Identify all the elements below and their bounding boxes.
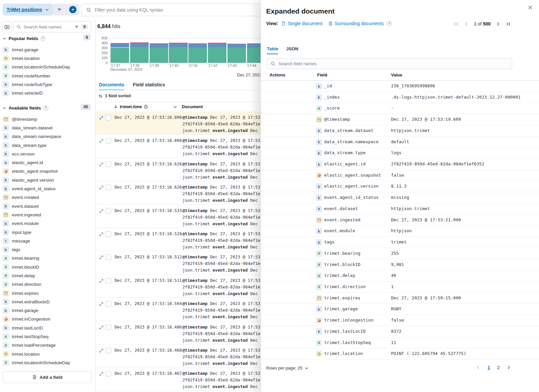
field-item[interactable]: kdata_stream.dataset bbox=[3, 123, 92, 132]
field-item[interactable]: elastic_agent.snapshot bbox=[3, 167, 92, 176]
single-document-link[interactable]: Single document bbox=[281, 21, 322, 26]
histogram-bar-green[interactable] bbox=[188, 48, 207, 63]
page-number-1[interactable]: 1 bbox=[487, 365, 490, 370]
field-item[interactable]: kecs.version bbox=[3, 150, 92, 158]
tab-table[interactable]: Table bbox=[267, 46, 278, 54]
collapse-sidebar-button[interactable] bbox=[2, 21, 12, 33]
data-view-picker[interactable]: TriMet positions bbox=[3, 4, 53, 16]
field-item[interactable]: trimet.location bbox=[3, 54, 92, 63]
collapse-document-button[interactable] bbox=[99, 115, 104, 120]
row-checkbox[interactable] bbox=[106, 278, 111, 283]
field-item[interactable]: tmessage bbox=[3, 237, 92, 245]
row-checkbox[interactable] bbox=[106, 115, 111, 120]
tab-json[interactable]: JSON bbox=[286, 46, 298, 54]
field-item[interactable]: #trimet.routeNumber bbox=[3, 71, 92, 80]
expand-document-button[interactable] bbox=[99, 255, 104, 260]
row-checkbox[interactable] bbox=[106, 138, 111, 144]
field-item[interactable]: #trimet.delay bbox=[3, 271, 92, 280]
field-item[interactable]: kinput.type bbox=[3, 228, 92, 237]
histogram-bar-pink[interactable] bbox=[188, 43, 207, 44]
field-item[interactable]: kelastic_agent.version bbox=[3, 176, 92, 184]
histogram-bar-green[interactable] bbox=[169, 47, 187, 63]
next-page-icon[interactable] bbox=[496, 22, 501, 26]
histogram-bar-pink[interactable] bbox=[208, 43, 226, 43]
histogram-bar-pink[interactable] bbox=[130, 42, 149, 43]
row-checkbox[interactable] bbox=[106, 348, 111, 353]
available-fields-header[interactable]: Available fields ? bbox=[3, 105, 48, 111]
time-column-header[interactable]: trimet.time bbox=[114, 104, 148, 109]
page-number-2[interactable]: 2 bbox=[497, 365, 500, 370]
expand-document-button[interactable] bbox=[99, 325, 104, 330]
row-checkbox[interactable] bbox=[106, 185, 111, 190]
row-checkbox[interactable] bbox=[106, 325, 111, 330]
field-item[interactable]: #trimet.bearing bbox=[3, 254, 92, 263]
field-item[interactable]: trimet.expires bbox=[3, 289, 92, 297]
expand-document-button[interactable] bbox=[99, 302, 104, 306]
add-filter-button[interactable] bbox=[66, 4, 80, 16]
field-item[interactable]: event.ingested bbox=[3, 210, 92, 219]
saved-query-menu-button[interactable] bbox=[53, 4, 66, 16]
previous-page-icon[interactable] bbox=[464, 22, 469, 26]
field-item[interactable]: kelastic_agent.id bbox=[3, 158, 92, 167]
row-checkbox[interactable] bbox=[106, 254, 111, 260]
field-item[interactable]: #trimet.lastStopSeq bbox=[3, 332, 92, 341]
expand-document-button[interactable] bbox=[99, 371, 104, 376]
field-item[interactable]: ktrimet.routeSubType bbox=[3, 80, 92, 89]
histogram-bar-blue[interactable] bbox=[130, 43, 149, 47]
histogram-bar-green[interactable] bbox=[208, 47, 226, 63]
field-item[interactable]: ktrimet.extraBlockID bbox=[3, 297, 92, 306]
field-item[interactable]: ktrimet.vehicleID bbox=[3, 89, 92, 97]
close-icon[interactable] bbox=[527, 5, 533, 10]
histogram-bar-pink[interactable] bbox=[111, 43, 129, 44]
histogram-bar-green[interactable] bbox=[227, 48, 246, 63]
histogram-bar-pink[interactable] bbox=[227, 44, 246, 44]
field-item[interactable]: #trimet.locationInScheduleDay bbox=[3, 358, 92, 367]
sort-fields-button[interactable]: 1 field sorted bbox=[98, 94, 131, 98]
row-checkbox[interactable] bbox=[106, 208, 111, 214]
field-item[interactable]: @timestamp bbox=[3, 115, 92, 123]
histogram-bar-blue[interactable] bbox=[227, 44, 246, 48]
field-search-input[interactable]: Search field names 0 bbox=[13, 21, 91, 32]
histogram-bar-pink[interactable] bbox=[247, 43, 261, 44]
row-checkbox[interactable] bbox=[106, 231, 111, 237]
time-column-menu-chevron[interactable] bbox=[173, 105, 177, 109]
surrounding-documents-link[interactable]: Surrounding documents bbox=[328, 21, 384, 26]
histogram-bar-green[interactable] bbox=[111, 48, 129, 63]
field-item[interactable]: #trimet.direction bbox=[3, 280, 92, 289]
previous-page-icon[interactable] bbox=[476, 365, 480, 370]
row-checkbox[interactable] bbox=[106, 161, 111, 167]
row-checkbox[interactable] bbox=[106, 301, 111, 307]
histogram-bar-blue[interactable] bbox=[208, 43, 226, 47]
field-item[interactable]: #trimet.blockID bbox=[3, 263, 92, 271]
rows-per-page-button[interactable]: Rows per page: 25 bbox=[266, 366, 309, 370]
histogram-bar-blue[interactable] bbox=[247, 44, 261, 47]
field-item[interactable]: #trimet.locationInScheduleDay bbox=[3, 63, 92, 71]
field-item[interactable]: kevent.agent_id_status bbox=[3, 184, 92, 193]
row-checkbox[interactable] bbox=[106, 371, 111, 376]
histogram-bar-pink[interactable] bbox=[169, 43, 187, 43]
field-item[interactable]: ktrimet.garage bbox=[3, 306, 92, 315]
flyout-field-search-input[interactable]: Search field names bbox=[267, 58, 512, 69]
field-item[interactable]: kevent.dataset bbox=[3, 202, 92, 210]
tab-field-statistics[interactable]: Field statistics bbox=[133, 82, 165, 90]
histogram-bar-green[interactable] bbox=[130, 47, 149, 63]
field-item[interactable]: ktags bbox=[3, 245, 92, 254]
expand-document-button[interactable] bbox=[99, 279, 104, 283]
field-item[interactable]: ktrimet.garage bbox=[3, 45, 92, 54]
tab-documents[interactable]: Documents bbox=[99, 82, 124, 90]
histogram-bar-green[interactable] bbox=[247, 48, 261, 63]
field-item[interactable]: #trimet.loadPercentage bbox=[3, 341, 92, 350]
expand-document-button[interactable] bbox=[99, 348, 104, 353]
field-item[interactable]: trimet.location bbox=[3, 350, 92, 358]
last-page-icon[interactable] bbox=[506, 22, 511, 26]
histogram-bar-blue[interactable] bbox=[188, 44, 207, 48]
next-page-icon[interactable] bbox=[507, 365, 511, 370]
popular-fields-header[interactable]: Popular fields ? bbox=[3, 35, 45, 42]
field-item[interactable]: kevent.module bbox=[3, 219, 92, 228]
expand-document-button[interactable] bbox=[99, 139, 104, 143]
add-field-button[interactable]: Add a field bbox=[3, 371, 92, 383]
expand-document-button[interactable] bbox=[99, 209, 104, 213]
histogram-bar-blue[interactable] bbox=[111, 44, 129, 48]
expand-document-button[interactable] bbox=[99, 185, 104, 190]
histogram-bar-blue[interactable] bbox=[169, 43, 187, 47]
